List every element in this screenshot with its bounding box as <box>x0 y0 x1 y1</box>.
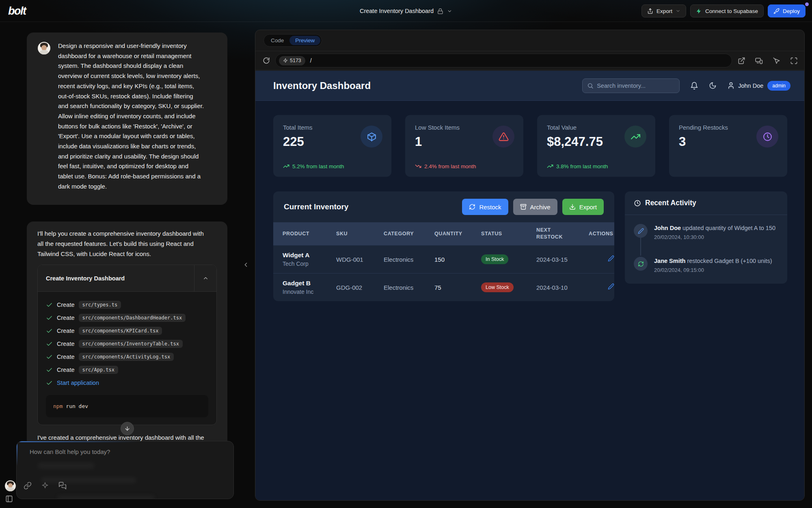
status-badge: Low Stock <box>481 282 514 292</box>
export-button[interactable]: Export <box>562 199 604 215</box>
discuss-mode-icon[interactable] <box>58 482 67 490</box>
address-field[interactable]: 5173 / <box>275 54 732 67</box>
tab-preview[interactable]: Preview <box>289 36 320 45</box>
check-icon <box>46 354 53 360</box>
artifact-action: Create src/types.ts <box>46 298 208 311</box>
preview-url-bar: 5173 / <box>255 51 804 70</box>
workbench-tabs: Code Preview <box>255 30 804 51</box>
artifact-action: Create src/App.tsx <box>46 363 208 376</box>
archive-button[interactable]: Archive <box>513 199 557 215</box>
inventory-title: Current Inventory <box>284 202 457 211</box>
user-menu[interactable]: John Doe <box>727 82 763 89</box>
responsive-devices-icon[interactable] <box>755 57 763 65</box>
quantity-cell[interactable]: 75 <box>434 274 481 302</box>
package-icon <box>361 126 382 148</box>
activity-timestamp: 20/02/2024, 09:15:00 <box>654 267 772 273</box>
bolt-logo[interactable]: bolt <box>8 5 26 17</box>
deploy-label: Deploy <box>783 8 800 14</box>
kpi-row: Total Items 225 5.2% from last month Low… <box>273 115 787 177</box>
user-name: John Doe <box>738 82 763 89</box>
activity-user: Jane Smith <box>654 258 685 264</box>
category-cell: Electronics <box>384 245 434 274</box>
ghost-suggestion <box>38 462 95 469</box>
check-icon <box>46 315 53 321</box>
kpi-card-total-value: Total Value $8,247.75 3.8% from last mon… <box>537 115 655 177</box>
file-chip[interactable]: src/components/KPICard.tsx <box>79 327 162 335</box>
inventory-search-input[interactable]: Search inventory... <box>582 78 680 93</box>
dark-mode-toggle-icon[interactable] <box>709 82 717 89</box>
scroll-to-bottom-button[interactable] <box>121 422 134 435</box>
edit-icon[interactable] <box>608 284 614 291</box>
activity-action: updated quantity of Widget A to 150 <box>682 225 775 231</box>
search-placeholder: Search inventory... <box>597 82 646 89</box>
shell-command-block: npm run dev <box>46 395 208 417</box>
attach-link-icon[interactable] <box>24 482 32 490</box>
restock-button[interactable]: Restock <box>462 199 508 215</box>
quantity-cell[interactable]: 150 <box>434 245 481 274</box>
project-title-group[interactable]: Create Inventory Dashboard <box>360 0 452 22</box>
workbench-panel: Code Preview 5173 / Inventory Dashboard … <box>255 30 805 501</box>
check-icon <box>46 380 53 386</box>
kpi-trend: 5.2% from last month <box>283 163 344 169</box>
collapse-artifact-button[interactable] <box>194 265 216 292</box>
tab-code[interactable]: Code <box>265 36 289 45</box>
reload-icon[interactable] <box>263 57 270 64</box>
activity-title: Recent Activity <box>645 199 696 207</box>
supabase-label: Connect to Supabase <box>705 8 758 14</box>
start-application-row: Start application <box>46 376 208 389</box>
export-button[interactable]: Export <box>641 4 686 17</box>
product-supplier: Innovate Inc <box>283 289 336 295</box>
edit-icon[interactable] <box>608 256 614 263</box>
dashboard-header: Inventory Dashboard Search inventory... … <box>255 71 804 101</box>
collapse-chat-icon[interactable] <box>242 261 249 268</box>
toggle-sidebar-icon[interactable] <box>5 495 13 503</box>
enhance-prompt-icon[interactable] <box>41 482 49 490</box>
archive-icon <box>520 204 527 210</box>
start-application-link[interactable]: Start application <box>57 380 99 386</box>
refresh-icon <box>469 204 475 210</box>
refresh-icon <box>634 257 648 271</box>
bell-icon[interactable] <box>690 82 698 90</box>
product-name: Widget A <box>283 252 336 259</box>
search-icon <box>587 82 594 89</box>
file-chip[interactable]: src/components/DashboardHeader.tsx <box>79 314 186 322</box>
trending-up-icon <box>283 163 289 169</box>
dashboard-title: Inventory Dashboard <box>273 80 582 91</box>
chevron-down-icon <box>447 9 452 14</box>
action-verb: Create <box>57 302 75 308</box>
inspector-icon[interactable] <box>773 57 780 65</box>
download-icon <box>569 204 576 210</box>
role-badge: admin <box>767 81 790 91</box>
action-verb: Create <box>57 315 75 321</box>
timeline-connector <box>640 238 641 256</box>
edit-icon <box>634 224 648 238</box>
file-chip[interactable]: src/components/ActivityLog.tsx <box>79 353 174 361</box>
connect-supabase-button[interactable]: Connect to Supabase <box>690 4 764 17</box>
artifact-action: Create src/components/ActivityLog.tsx <box>46 350 208 363</box>
user-message-text: Design a responsive and user-friendly in… <box>58 41 204 192</box>
chat-input-box[interactable]: How can Bolt help you today? <box>16 441 234 499</box>
sku-cell: GDG-002 <box>336 274 384 302</box>
artifact-action: Create src/components/InventoryTable.tsx <box>46 337 208 350</box>
recent-activity-card: Recent Activity John Doe updated quantit… <box>625 191 787 284</box>
user-avatar <box>38 42 50 54</box>
artifact-title: Create Inventory Dashboard <box>38 275 194 282</box>
file-chip[interactable]: src/components/InventoryTable.tsx <box>79 340 183 348</box>
current-inventory-card: Current Inventory Restock Archive Export <box>273 191 614 301</box>
action-verb: Create <box>57 367 75 373</box>
file-chip[interactable]: src/types.ts <box>79 301 121 309</box>
port-badge[interactable]: 5173 <box>279 56 305 65</box>
file-chip[interactable]: src/App.tsx <box>79 366 118 374</box>
user-avatar[interactable] <box>5 480 16 491</box>
open-external-icon[interactable] <box>738 57 745 65</box>
fullscreen-icon[interactable] <box>790 57 798 65</box>
check-icon <box>46 367 53 373</box>
inventory-row-gadget-b: Gadget BInnovate Inc GDG-002 Electronics… <box>273 274 614 302</box>
artifact-header[interactable]: Create Inventory Dashboard <box>38 265 216 292</box>
action-verb: Create <box>57 341 75 347</box>
project-title: Create Inventory Dashboard <box>360 8 434 14</box>
check-icon <box>46 302 53 308</box>
artifact-action: Create src/components/KPICard.tsx <box>46 324 208 337</box>
deploy-button[interactable]: Deploy <box>768 4 806 17</box>
user-message-card: Design a responsive and user-friendly in… <box>27 33 227 205</box>
